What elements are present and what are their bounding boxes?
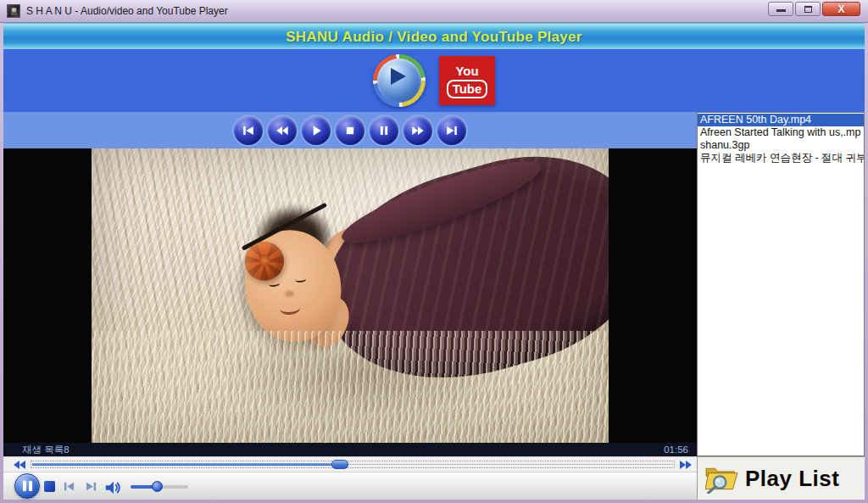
rewind-icon [274, 122, 291, 139]
pause-button[interactable] [370, 116, 398, 145]
previous-small-button[interactable] [61, 478, 77, 495]
seek-back-icon[interactable] [14, 461, 26, 469]
close-button[interactable]: X [822, 2, 860, 16]
mute-button[interactable] [103, 478, 122, 495]
previous-icon [240, 122, 257, 139]
app-banner: SHANU Audio / Video and YouTube Player [3, 23, 865, 49]
playlist-item[interactable]: Afreen Started Talking with us,.mp [698, 126, 864, 139]
minimize-icon [776, 9, 786, 12]
seek-slider[interactable] [31, 461, 675, 468]
playlist-folder-search-icon [704, 463, 739, 494]
fast-forward-button[interactable] [403, 116, 432, 145]
minimize-button[interactable] [768, 2, 793, 16]
volume-slider[interactable] [131, 485, 188, 489]
playlist-item[interactable]: 뮤지컬 레베카 연습현장 - 절대 귀부 [698, 152, 864, 165]
next-track-button[interactable] [437, 116, 466, 145]
youtube-logo-bottom: Tube [447, 80, 488, 98]
media-player-icon [373, 54, 426, 107]
play-button[interactable] [302, 116, 331, 145]
video-status-bar: 재생 목록8 01:56 [3, 443, 697, 456]
speaker-icon [103, 478, 122, 497]
playlist-status-text: 재생 목록8 [22, 444, 70, 456]
playlist: AFREEN 50th Day.mp4 Afreen Started Talki… [697, 112, 865, 456]
fast-forward-icon [409, 122, 426, 139]
playlist-item[interactable]: AFREEN 50th Day.mp4 [698, 114, 864, 126]
youtube-logo-top: You [455, 64, 478, 78]
previous-icon [61, 478, 77, 495]
seek-progress-fill [32, 463, 341, 466]
seek-row [3, 456, 697, 472]
transport-bar [3, 112, 697, 148]
maximize-button[interactable] [795, 2, 821, 16]
play-icon [308, 122, 325, 139]
rewind-button[interactable] [268, 116, 297, 145]
bottom-control-bar [3, 472, 697, 500]
video-area: 재생 목록8 01:56 [3, 148, 697, 456]
playlist-footer-label: Play List [745, 466, 839, 492]
window-frame: S H A N U - Audio/video and YouTube Play… [0, 0, 868, 503]
seek-forward-icon[interactable] [679, 461, 692, 469]
hero-strip: You Tube [3, 49, 865, 112]
app-icon [7, 4, 20, 18]
stop-button[interactable] [336, 116, 364, 145]
playlist-footer[interactable]: Play List [697, 456, 865, 500]
seek-thumb[interactable] [331, 460, 348, 469]
stop-icon [342, 122, 359, 139]
volume-thumb[interactable] [152, 481, 163, 492]
maximize-icon [804, 6, 812, 13]
next-icon [443, 122, 460, 139]
banner-title: SHANU Audio / Video and YouTube Player [286, 29, 582, 45]
close-icon: X [823, 3, 860, 15]
pause-icon [376, 122, 392, 139]
video-frame-baby-photo [92, 148, 609, 443]
pause-toggle-button[interactable] [14, 473, 40, 499]
client-area: SHANU Audio / Video and YouTube Player Y… [3, 23, 865, 500]
window-title: S H A N U - Audio/video and YouTube Play… [26, 5, 228, 17]
next-small-button[interactable] [83, 478, 99, 495]
playlist-item[interactable]: shanu.3gp [698, 139, 864, 152]
previous-track-button[interactable] [234, 116, 263, 145]
pause-icon [23, 481, 26, 491]
youtube-logo: You Tube [439, 56, 495, 105]
window-controls: X [768, 2, 860, 16]
elapsed-time: 01:56 [664, 444, 688, 455]
stop-small-button[interactable] [44, 481, 55, 492]
titlebar: S H A N U - Audio/video and YouTube Play… [0, 0, 868, 23]
next-icon [83, 478, 99, 495]
play-icon [391, 68, 406, 85]
